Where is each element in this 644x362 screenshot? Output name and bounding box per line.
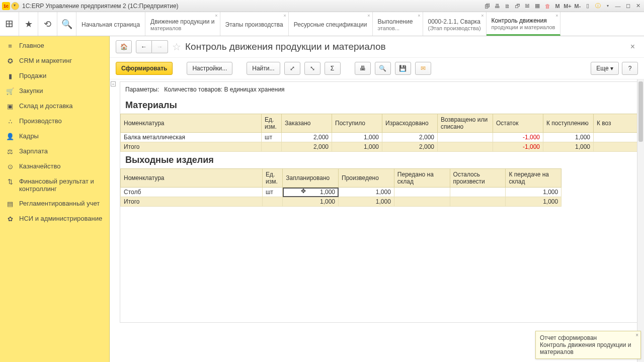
print-button[interactable]: 🖶	[355, 62, 371, 75]
dropdown-icon[interactable]: ▾	[604, 2, 612, 10]
sidebar-item-crm[interactable]: ✪CRM и маркетинг	[0, 53, 109, 68]
sidebar-item-main[interactable]: ≡Главное	[0, 38, 109, 53]
help-button[interactable]: ?	[622, 62, 638, 75]
tab-welding[interactable]: × 0000-2.1.1, Сварка (Этап производства)	[423, 12, 487, 36]
collapse-icon[interactable]: ⤡	[304, 62, 320, 75]
close-button[interactable]: ✕	[634, 2, 642, 10]
forward-button[interactable]: →	[152, 40, 168, 53]
sidebar-item-label: Казначейство	[19, 162, 60, 170]
close-icon[interactable]: ×	[283, 13, 286, 18]
search-icon[interactable]: 🔍	[57, 12, 76, 36]
sidebar-item-label: Кадры	[19, 132, 39, 140]
more-button[interactable]: Еще ▾	[591, 62, 619, 75]
table-row[interactable]: Балка металлическая шт 2,000 1,000 2,000…	[121, 133, 639, 142]
save-button[interactable]: 💾	[395, 62, 411, 75]
minimize-button[interactable]: —	[614, 2, 622, 10]
col-ordered: Заказано	[282, 114, 332, 133]
total-rest: -1,000	[493, 142, 543, 152]
table-row[interactable]: Столб шт ✥ 1,000 1,000 1,000	[121, 188, 561, 197]
table-header-row: Номенклатура Ед. изм. Запланировано Прои…	[121, 169, 561, 188]
cell-planned[interactable]: ✥ 1,000	[283, 188, 339, 197]
tab-execution[interactable]: × Выполнение этапов...	[373, 12, 423, 36]
expand-icon[interactable]: ⤢	[284, 62, 300, 75]
tab-label: Контроль движения	[492, 17, 555, 24]
cell-name: Балка металлическая	[121, 133, 262, 142]
tab-home[interactable]: Начальная страница	[76, 12, 145, 36]
sidebar-item-label: НСИ и администрирование	[19, 215, 102, 222]
apps-grid-icon[interactable]: 𐌎	[0, 12, 19, 36]
total-transfered	[394, 197, 450, 207]
table-total-row: Итого 1,000 1,000 1,000	[121, 197, 561, 207]
tab-movement[interactable]: × Движение продукции и материалов	[145, 12, 220, 36]
close-icon[interactable]: ×	[481, 13, 484, 18]
sidebar-item-sales[interactable]: ▮Продажи	[0, 68, 109, 83]
sidebar-item-production[interactable]: ⛬Производство	[0, 114, 109, 129]
col-transfered: Передано на склад	[394, 169, 450, 188]
toolbar-icon[interactable]: 🗐	[483, 2, 491, 10]
m-plus-button[interactable]: M+	[564, 2, 572, 10]
settings-button[interactable]: Настройки...	[187, 62, 232, 75]
sidebar-item-label: Продажи	[19, 72, 46, 79]
total-spent: 2,000	[382, 142, 438, 152]
favorite-star-icon[interactable]: ☆	[172, 41, 181, 53]
sidebar-item-accounting[interactable]: ▤Регламентированный учет	[0, 196, 109, 211]
home-button[interactable]: 🏠	[116, 40, 132, 53]
cell-unit: шт	[262, 133, 282, 142]
toast-notification[interactable]: × Отчет сформирован Контроль движения пр…	[535, 331, 641, 359]
sidebar-item-finance[interactable]: ⇅Финансовый результат и контроллинг	[0, 174, 109, 196]
scrollbar-thumb[interactable]	[638, 81, 643, 142]
vertical-scrollbar[interactable]	[637, 79, 644, 362]
trash-icon[interactable]: 🗑	[543, 2, 551, 10]
app-menu-button[interactable]	[11, 2, 19, 10]
m-button[interactable]: M	[553, 2, 561, 10]
m-minus-button[interactable]: M-	[574, 2, 582, 10]
close-icon[interactable]: ×	[635, 332, 638, 338]
close-icon[interactable]: ×	[215, 13, 217, 18]
gear-icon: ✿	[6, 215, 14, 223]
info-icon[interactable]: ⓘ	[594, 2, 602, 10]
col-totransfer: К передаче на склад	[506, 169, 561, 188]
maximize-button[interactable]: ◻	[624, 2, 632, 10]
generate-button[interactable]: Сформировать	[116, 62, 173, 75]
mail-button[interactable]: ✉	[415, 62, 431, 75]
calendar-icon[interactable]: ▦	[533, 2, 541, 10]
close-icon[interactable]: ×	[555, 13, 558, 18]
tab-specs[interactable]: × Ресурсные спецификации	[289, 12, 373, 36]
factory-icon: ⛬	[6, 118, 14, 125]
sidebar-item-warehouse[interactable]: ▣Склад и доставка	[0, 99, 109, 114]
collapse-toggle[interactable]: −	[111, 81, 116, 86]
favorite-icon[interactable]: ★	[19, 12, 38, 36]
close-icon[interactable]: ×	[367, 13, 370, 18]
panel-icon[interactable]: ▯	[584, 2, 592, 10]
sum-icon[interactable]: Σ	[325, 62, 341, 75]
sidebar-item-label: Главное	[19, 42, 44, 49]
page-header: 🏠 ← → ☆ Контроль движения продукции и ма…	[110, 36, 644, 58]
history-icon[interactable]: ⟲	[38, 12, 57, 36]
total-totransfer: 1,000	[506, 197, 561, 207]
sidebar-item-hr[interactable]: 👤Кадры	[0, 129, 109, 144]
sidebar-item-treasury[interactable]: ⊙Казначейство	[0, 159, 109, 174]
tab-bar: 𐌎 ★ ⟲ 🔍 Начальная страница × Движение пр…	[0, 12, 644, 36]
sidebar-item-purchases[interactable]: 🛒Закупки	[0, 83, 109, 99]
tab-label: 0000-2.1.1, Сварка	[428, 18, 481, 25]
close-page-button[interactable]: ×	[627, 42, 638, 51]
materials-table: Номенклатура Ед. изм. Заказано Поступило…	[120, 114, 639, 152]
find-button[interactable]: Найти...	[247, 62, 280, 75]
print-icon[interactable]: 🖶	[493, 2, 501, 10]
preview-button[interactable]: 🔍	[375, 62, 391, 75]
calc-icon[interactable]: 𝌡	[523, 2, 531, 10]
tab-label: Движение продукции и	[150, 18, 214, 25]
sidebar-item-nsi[interactable]: ✿НСИ и администрирование	[0, 211, 109, 226]
more-label: Еще	[596, 65, 608, 72]
doc-icon[interactable]: 🗎	[503, 2, 511, 10]
cell-rest: -1,000	[493, 133, 543, 142]
compare-icon[interactable]: 🗗	[513, 2, 521, 10]
tab-control[interactable]: × Контроль движения продукции и материал…	[487, 12, 561, 36]
back-button[interactable]: ←	[136, 40, 152, 53]
tab-sublabel: (Этап производства)	[428, 25, 481, 31]
tab-stages[interactable]: × Этапы производства	[220, 12, 289, 36]
cell-produced: 1,000	[339, 188, 394, 197]
window-controls: 🗐 🖶 🗎 🗗 𝌡 ▦ 🗑 M M+ M- ▯ ⓘ ▾ — ◻ ✕	[483, 2, 642, 10]
sidebar-item-salary[interactable]: ⚖Зарплата	[0, 144, 109, 159]
close-icon[interactable]: ×	[418, 13, 420, 18]
